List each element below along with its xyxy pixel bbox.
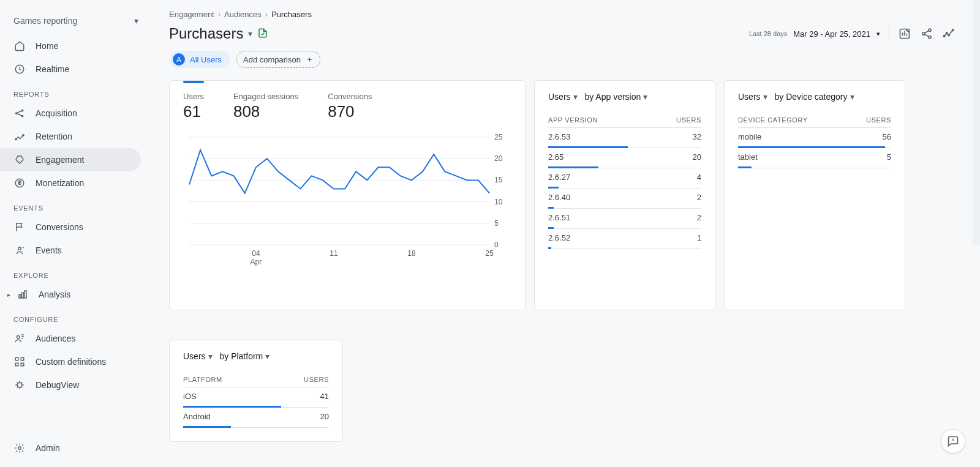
- active-tab-indicator: [183, 81, 204, 83]
- row-dimension: tablet: [738, 152, 758, 162]
- svg-text:5: 5: [494, 219, 499, 228]
- nav-label: Retention: [36, 132, 72, 141]
- pivot-dimension[interactable]: by App version: [584, 92, 641, 102]
- table-body: iOS41Android20: [183, 387, 329, 428]
- sidebar: Games reporting ▾ Home Realtime REPORTS …: [0, 0, 152, 467]
- table-row[interactable]: 2.6.274: [548, 168, 701, 189]
- retention-icon: [13, 130, 26, 143]
- nav-debugview[interactable]: DebugView: [0, 373, 141, 397]
- pivot-dimension[interactable]: by Device category: [774, 92, 847, 102]
- metric-value: 870: [328, 101, 372, 121]
- row-value: 20: [693, 152, 701, 162]
- right-panel-collapsed[interactable]: [973, 0, 980, 245]
- nav-label: Audiences: [36, 334, 75, 343]
- pivot-metric[interactable]: Users: [183, 351, 206, 361]
- chevron-down-icon: ▾: [208, 351, 213, 361]
- table-row[interactable]: 2.6.5332: [548, 128, 701, 148]
- engagement-icon: [13, 154, 26, 166]
- svg-point-4: [15, 138, 17, 140]
- metric-engaged[interactable]: Engaged sessions 808: [233, 92, 298, 121]
- audiences-icon: [13, 332, 26, 345]
- nav-label: Home: [36, 41, 58, 51]
- breadcrumb-l1[interactable]: Engagement: [169, 10, 214, 19]
- svg-point-7: [18, 247, 21, 250]
- pivot-dimension[interactable]: by Platform: [219, 351, 263, 361]
- pivot-metric[interactable]: Users: [738, 92, 761, 102]
- card-app-version: Users ▾ by App version ▾ APP VERSION USE…: [534, 80, 715, 310]
- nav-label: Conversions: [36, 222, 83, 232]
- feedback-button[interactable]: [941, 429, 965, 454]
- breadcrumb-l2[interactable]: Audiences: [224, 10, 262, 19]
- table-body: 2.6.53322.65202.6.2742.6.4022.6.5122.6.5…: [548, 128, 701, 249]
- table-row[interactable]: Android20: [183, 408, 329, 428]
- nav-events[interactable]: Events: [0, 239, 141, 262]
- chip-add-comparison[interactable]: Add comparison ＋: [236, 51, 320, 68]
- metric-value: 808: [233, 101, 298, 121]
- table-row[interactable]: 2.6.512: [548, 209, 701, 229]
- row-dimension: 2.6.52: [548, 233, 570, 242]
- nav-label: DebugView: [36, 380, 79, 390]
- col-metric: USERS: [866, 116, 891, 124]
- metric-value: 61: [183, 101, 204, 121]
- line-chart-svg: 051015202504Apr111825: [183, 131, 514, 278]
- table-row[interactable]: 2.6.402: [548, 189, 701, 209]
- nav-home[interactable]: Home: [0, 34, 141, 58]
- save-report-icon[interactable]: [257, 25, 268, 42]
- nav-label: Monetization: [36, 178, 84, 188]
- bug-icon: [13, 379, 26, 391]
- chip-all-users[interactable]: A All Users: [169, 51, 230, 68]
- row-bar: [548, 247, 551, 249]
- page-title[interactable]: Purchasers ▾: [169, 25, 268, 42]
- nav-label: Engagement: [36, 155, 84, 165]
- metric-label: Engaged sessions: [233, 92, 298, 101]
- table-row[interactable]: mobile56: [738, 128, 891, 148]
- property-selector[interactable]: Games reporting ▾: [0, 11, 152, 34]
- metric-conversions[interactable]: Conversions 870: [328, 92, 372, 121]
- property-name: Games reporting: [13, 16, 77, 26]
- row-bar: [738, 166, 752, 168]
- feedback-icon: [947, 435, 959, 447]
- table-row[interactable]: tablet5: [738, 148, 891, 168]
- nav-realtime[interactable]: Realtime: [0, 58, 141, 81]
- table-body: mobile56tablet5: [738, 128, 891, 168]
- svg-point-11: [17, 336, 20, 339]
- table-row[interactable]: 2.6520: [548, 148, 701, 168]
- svg-text:15: 15: [494, 176, 503, 184]
- breadcrumb: Engagement › Audiences › Purchasers: [169, 7, 956, 25]
- pivot-metric[interactable]: Users: [548, 92, 571, 102]
- nav-custom-definitions[interactable]: Custom definitions: [0, 350, 141, 373]
- plus-icon: ＋: [306, 54, 314, 65]
- metrics: Users 61 Engaged sessions 808 Conversion…: [183, 92, 511, 131]
- nav-analysis[interactable]: ▸ Analysis: [0, 283, 141, 306]
- nav-admin[interactable]: Admin: [0, 436, 74, 460]
- nav-monetization[interactable]: Monetization: [0, 171, 141, 195]
- customize-report-icon[interactable]: [898, 27, 911, 40]
- share-icon[interactable]: [920, 27, 933, 40]
- nav-label: Events: [36, 245, 62, 255]
- date-preset-label: Last 28 days: [749, 30, 787, 37]
- nav-retention[interactable]: Retention: [0, 125, 141, 148]
- col-metric: USERS: [676, 116, 701, 124]
- nav-audiences[interactable]: Audiences: [0, 327, 141, 350]
- metric-users[interactable]: Users 61: [183, 92, 204, 121]
- nav-label: Analysis: [39, 290, 70, 299]
- date-range-picker[interactable]: Last 28 days Mar 29 - Apr 25, 2021 ▾: [749, 29, 880, 39]
- nav-conversions[interactable]: Conversions: [0, 215, 141, 239]
- table-row[interactable]: iOS41: [183, 387, 329, 408]
- table-row[interactable]: 2.6.521: [548, 229, 701, 249]
- nav-acquisition[interactable]: Acquisition: [0, 102, 141, 125]
- table-header: APP VERSION USERS: [548, 113, 701, 128]
- insights-icon[interactable]: [942, 27, 956, 40]
- row-value: 4: [697, 173, 701, 182]
- card-trend: Users 61 Engaged sessions 808 Conversion…: [169, 80, 526, 310]
- date-range-value: Mar 29 - Apr 25, 2021: [793, 29, 870, 39]
- flag-icon: [13, 221, 26, 233]
- nav-engagement[interactable]: Engagement: [0, 148, 141, 171]
- custom-def-icon: [13, 356, 26, 368]
- svg-rect-15: [21, 363, 24, 366]
- nav-label: Realtime: [36, 64, 69, 74]
- card-device-category: Users ▾ by Device category ▾ DEVICE CATE…: [724, 80, 905, 310]
- row-dimension: Android: [183, 412, 211, 421]
- row-value: 32: [693, 132, 701, 141]
- row-value: 41: [320, 392, 329, 401]
